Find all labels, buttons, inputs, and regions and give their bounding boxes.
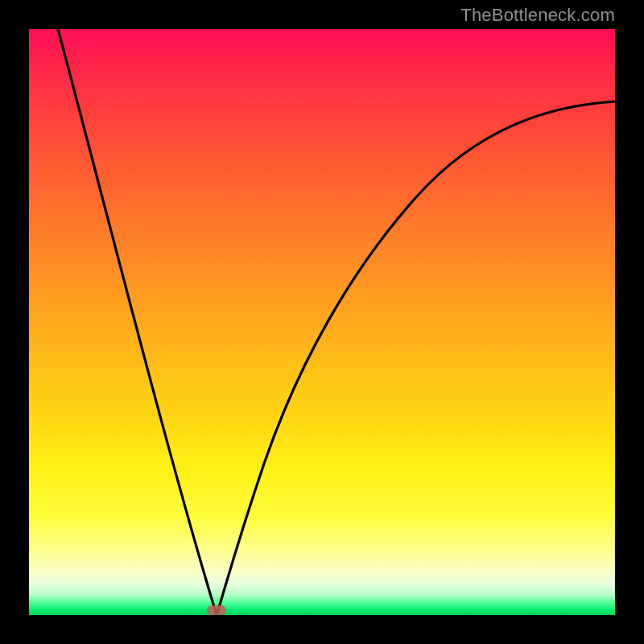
bottleneck-curve xyxy=(29,29,615,615)
curve-right-branch xyxy=(217,101,615,615)
watermark-text: TheBottleneck.com xyxy=(460,5,615,26)
curve-left-branch xyxy=(58,29,217,615)
chart-frame: TheBottleneck.com xyxy=(0,0,644,644)
plot-area xyxy=(29,29,615,615)
min-marker xyxy=(207,605,226,615)
